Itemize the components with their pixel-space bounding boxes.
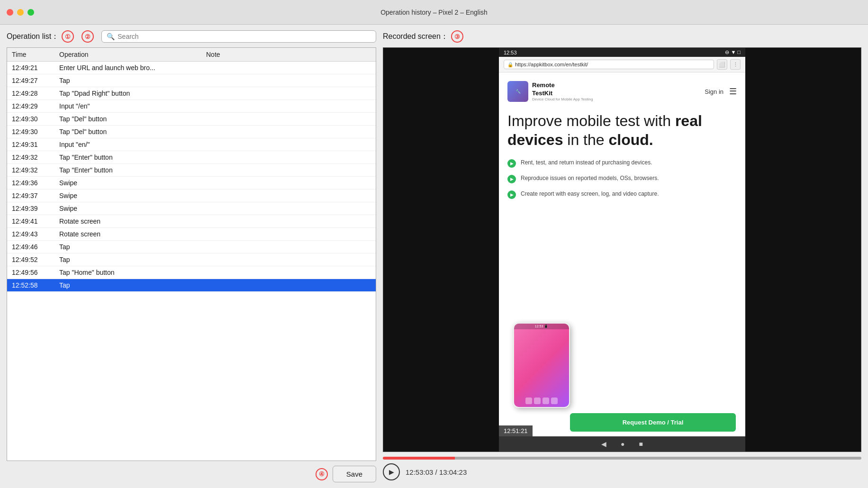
cell-note (201, 138, 376, 151)
table-row[interactable]: 12:52:58 Tap (7, 279, 376, 292)
feature-list: ▶ Rent, test, and return instead of purc… (507, 159, 737, 199)
url-text: https://appkitbox.com/en/testkit/ (515, 62, 588, 67)
col-header-time: Time (7, 48, 54, 62)
cell-operation: Rotate screen (54, 215, 201, 228)
cell-time: 12:49:46 (7, 241, 54, 253)
progress-remaining (455, 457, 862, 460)
cell-note (201, 241, 376, 253)
operation-table-wrap[interactable]: Time Operation Note 12:49:21 Enter URL a… (7, 47, 376, 461)
page-content: 🔧 RemoteTestKit Device Cloud for Mobile … (499, 72, 745, 436)
phone-statusbar: 12:53 ⊖ ▼ □ (499, 48, 745, 57)
window-title: Operation history – Pixel 2 – English (380, 9, 488, 16)
close-button[interactable] (7, 9, 13, 16)
feature-text-3: Create report with easy screen, log, and… (521, 190, 659, 198)
cell-time: 12:49:27 (7, 74, 54, 87)
search-container: 🔍 (101, 30, 376, 43)
cell-note (201, 202, 376, 215)
demo-button[interactable]: Request Demo / Trial (570, 413, 736, 432)
cell-time: 12:49:52 (7, 253, 54, 266)
cell-operation: Tap "Enter" button (54, 164, 201, 177)
hamburger-icon: ☰ (729, 86, 737, 97)
search-input[interactable] (118, 33, 371, 40)
table-row[interactable]: 12:49:39 Swipe (7, 202, 376, 215)
table-row[interactable]: 12:49:32 Tap "Enter" button (7, 164, 376, 177)
feature-dot-1: ▶ (507, 159, 516, 168)
left-header: Operation list： ① ② 🔍 (7, 30, 376, 43)
left-bottom: ④ Save (7, 466, 376, 482)
recorded-screen-label: Recorded screen： (383, 32, 448, 42)
play-button[interactable]: ▶ (383, 463, 400, 480)
cell-note (201, 126, 376, 138)
right-panel: Recorded screen： ③ 12:53 ⊖ ▼ □ 🔒 https:/… (383, 30, 861, 482)
badge-4: ④ (316, 468, 328, 480)
table-row[interactable]: 12:49:31 Input "en/" (7, 138, 376, 151)
table-row[interactable]: 12:49:30 Tap "Del" button (7, 113, 376, 126)
badge-1: ① (62, 30, 74, 43)
table-row[interactable]: 12:49:41 Rotate screen (7, 215, 376, 228)
table-row[interactable]: 12:49:36 Swipe (7, 177, 376, 190)
app-icon-1 (525, 398, 532, 404)
hero-text: Improve mobile test with real devices in… (507, 111, 737, 149)
table-row[interactable]: 12:49:37 Swipe (7, 190, 376, 202)
url-bar: 🔒 https://appkitbox.com/en/testkit/ (504, 60, 714, 69)
badge-3: ③ (451, 30, 463, 43)
app-icon-3 (542, 398, 549, 404)
cell-operation: Swipe (54, 177, 201, 190)
cell-note (201, 266, 376, 279)
cell-operation: Tap (54, 241, 201, 253)
phone-nav-bar: ◀ ● ■ (499, 436, 745, 452)
rtk-logo-sub: Device Cloud for Mobile App Testing (532, 97, 593, 101)
cell-time: 12:49:36 (7, 177, 54, 190)
player-area: ▶ 12:53:03 / 13:04:23 (383, 457, 861, 482)
cell-note (201, 151, 376, 164)
col-header-operation: Operation (54, 48, 201, 62)
cell-operation: Swipe (54, 202, 201, 215)
cell-note (201, 100, 376, 113)
save-button[interactable]: Save (333, 466, 376, 482)
minimize-button[interactable] (17, 9, 24, 16)
cell-note (201, 164, 376, 177)
player-controls: ▶ 12:53:03 / 13:04:23 (383, 461, 861, 482)
menu-icon: ⋮ (730, 59, 741, 70)
table-row[interactable]: 12:49:46 Tap (7, 241, 376, 253)
window-controls (7, 9, 34, 16)
progress-bar-container[interactable] (383, 457, 861, 460)
cell-operation: Tap "Del" button (54, 126, 201, 138)
cell-operation: Tap "Dpad Right" button (54, 87, 201, 100)
table-row[interactable]: 12:49:21 Enter URL and launch web bro... (7, 62, 376, 74)
table-row[interactable]: 12:49:30 Tap "Del" button (7, 126, 376, 138)
table-row[interactable]: 12:49:29 Input "/en" (7, 100, 376, 113)
table-row[interactable]: 12:49:32 Tap "Enter" button (7, 151, 376, 164)
cell-operation: Tap "Home" button (54, 266, 201, 279)
maximize-button[interactable] (27, 9, 34, 16)
timestamp-overlay: 12:51:21 (499, 425, 533, 436)
table-row[interactable]: 12:49:28 Tap "Dpad Right" button (7, 87, 376, 100)
cell-note (201, 87, 376, 100)
cell-note (201, 253, 376, 266)
cell-time: 12:49:29 (7, 100, 54, 113)
home-icon: ● (621, 440, 624, 448)
cell-operation: Tap (54, 279, 201, 292)
table-header-row: Time Operation Note (7, 48, 376, 62)
cell-time: 12:49:32 (7, 164, 54, 177)
feature-text-1: Rent, test, and return instead of purcha… (521, 159, 652, 167)
table-row[interactable]: 12:49:56 Tap "Home" button (7, 266, 376, 279)
screen-preview: 12:53 ⊖ ▼ □ 🔒 https://appkitbox.com/en/t… (383, 47, 861, 452)
cell-operation: Tap "Enter" button (54, 151, 201, 164)
operation-list-label: Operation list： (7, 32, 59, 42)
feature-dot-3: ▶ (507, 190, 516, 199)
main-content: Operation list： ① ② 🔍 Time Operation Not… (0, 25, 868, 488)
phone-overlay-inner: 12:53 📱 (514, 324, 569, 407)
table-row[interactable]: 12:49:52 Tap (7, 253, 376, 266)
table-row[interactable]: 12:49:27 Tap (7, 74, 376, 87)
browser-bar: 🔒 https://appkitbox.com/en/testkit/ ⬜ ⋮ (499, 57, 745, 72)
bookmark-icon: ⬜ (717, 59, 727, 70)
feature-text-2: Reproduce issues on reported models, OSs… (521, 174, 659, 182)
cell-time: 12:49:43 (7, 228, 54, 241)
operation-table: Time Operation Note 12:49:21 Enter URL a… (7, 48, 376, 292)
titlebar: Operation history – Pixel 2 – English (0, 0, 868, 25)
cell-note (201, 279, 376, 292)
table-row[interactable]: 12:49:43 Rotate screen (7, 228, 376, 241)
feature-item-1: ▶ Rent, test, and return instead of purc… (507, 159, 737, 168)
cell-time: 12:49:21 (7, 62, 54, 74)
